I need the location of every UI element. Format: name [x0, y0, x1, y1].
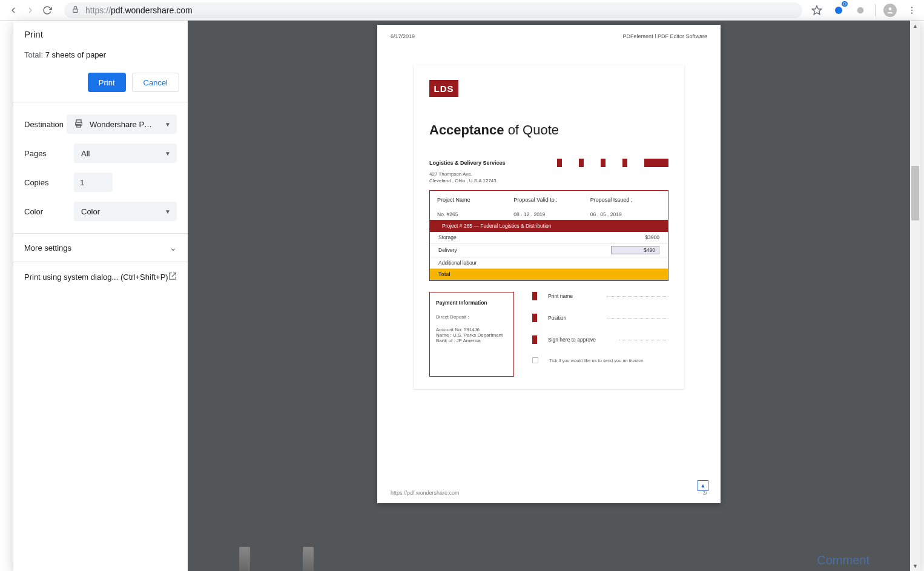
issued-value: 06 . 05 . 2019: [590, 211, 661, 217]
lock-icon: [71, 5, 79, 15]
company-logo: LDS: [429, 80, 458, 97]
page-footer-number: 3/: [702, 490, 707, 496]
svg-point-3: [857, 7, 864, 13]
pages-select[interactable]: All ▼: [74, 144, 177, 163]
chevron-down-icon: ▼: [165, 150, 171, 157]
scroll-down-arrow[interactable]: ▼: [910, 561, 920, 571]
valid-value: 08 . 12 . 2019: [513, 211, 584, 217]
table-row: Storage $3900: [430, 232, 668, 243]
address-bar[interactable]: https://pdf.wondershare.com: [64, 2, 802, 18]
browser-toolbar: https://pdf.wondershare.com O: [0, 0, 924, 21]
decorative-dashes: [557, 159, 668, 167]
quote-table: Storage $3900 Delivery $490 Additional l…: [430, 232, 668, 280]
svg-point-2: [835, 7, 842, 14]
company-name: Logistics & Delivery Services: [429, 160, 506, 166]
system-dialog-link[interactable]: Print using system dialog... (Ctrl+Shift…: [13, 262, 188, 291]
print-total: Total: 7 sheets of paper: [24, 50, 177, 59]
print-preview-area: 6/17/2019 PDFelement | PDF Editor Softwa…: [188, 21, 920, 571]
pages-label: Pages: [24, 149, 74, 158]
svg-point-4: [889, 7, 892, 10]
print-name-label: Print name: [548, 293, 596, 299]
checkbox-icon: [532, 357, 538, 363]
url-text: https://pdf.wondershare.com: [85, 5, 193, 15]
color-label: Color: [24, 207, 74, 216]
pages-value: All: [81, 149, 90, 158]
field-marker-icon: [532, 335, 537, 344]
svg-point-5: [911, 7, 912, 8]
forward-button[interactable]: [22, 2, 39, 19]
project-name-value: No. #265: [437, 211, 507, 217]
position-label: Position: [548, 315, 596, 321]
bookmark-star-icon[interactable]: [810, 3, 824, 18]
svg-rect-0: [73, 8, 78, 12]
printer-icon: [74, 119, 84, 130]
preview-scroll[interactable]: 6/17/2019 PDFelement | PDF Editor Softwa…: [188, 21, 910, 571]
destination-label: Destination: [24, 120, 67, 129]
copies-value: 1: [80, 178, 84, 187]
chevron-down-icon: ⌄: [170, 243, 177, 252]
more-settings-label: More settings: [24, 243, 71, 252]
document-title: Acceptance of Quote: [429, 122, 668, 138]
background-comment-text: Comment: [817, 553, 870, 567]
page-header-date: 6/17/2019: [391, 33, 415, 38]
project-name-header: Project Name: [437, 197, 507, 203]
extension-icon-2[interactable]: [853, 3, 868, 18]
field-marker-icon: [532, 314, 537, 322]
destination-select[interactable]: Wondershare PDFel ▼: [67, 114, 177, 134]
print-button[interactable]: Print: [88, 73, 126, 92]
cancel-button[interactable]: Cancel: [132, 73, 179, 92]
print-dialog: Print Total: 7 sheets of paper Print Can…: [13, 21, 920, 571]
sign-label: Sign here to approve: [548, 337, 609, 343]
extension-icon-1[interactable]: O: [831, 3, 846, 18]
preview-page-1: 6/17/2019 PDFelement | PDF Editor Softwa…: [377, 25, 721, 503]
chevron-down-icon: ▼: [165, 121, 171, 128]
table-row: Delivery $490: [430, 243, 668, 257]
page-header-title: PDFelement | PDF Editor Software: [623, 33, 707, 38]
reload-button[interactable]: [39, 2, 56, 19]
signature-line: [607, 296, 668, 297]
invoice-note: Tick if you would like us to send you an…: [549, 358, 644, 363]
table-row: Additional labour: [430, 257, 668, 269]
svg-point-6: [911, 9, 912, 10]
scroll-up-arrow[interactable]: ▲: [910, 21, 920, 31]
back-button[interactable]: [5, 2, 22, 19]
print-sidebar: Print Total: 7 sheets of paper Print Can…: [13, 21, 188, 571]
copies-label: Copies: [24, 178, 74, 187]
svg-marker-1: [813, 5, 822, 14]
svg-point-7: [911, 12, 912, 13]
extension-badge: O: [842, 1, 848, 7]
more-settings-toggle[interactable]: More settings ⌄: [13, 233, 188, 262]
scroll-thumb[interactable]: [911, 166, 919, 220]
table-total-row: Total: [430, 269, 668, 280]
page-footer-url: https://pdf.wondershare.com: [391, 490, 460, 496]
color-value: Color: [81, 207, 100, 216]
separator: [875, 4, 876, 16]
external-link-icon: [168, 272, 177, 282]
signature-line: [607, 318, 668, 319]
print-title: Print: [24, 29, 177, 39]
signature-line: [619, 340, 668, 340]
preview-scrollbar[interactable]: ▲ ▼: [910, 21, 920, 571]
destination-value: Wondershare PDFel: [90, 120, 156, 129]
company-address: 427 Thompson Ave. Cleveland , Ohio , U.S…: [429, 171, 668, 184]
issued-header: Proposal Issued :: [590, 197, 661, 203]
quote-table-header: Project # 265 — Federal Logistics & Dist…: [430, 220, 668, 232]
color-select[interactable]: Color ▼: [74, 202, 177, 221]
payment-info-box: Payment Information Direct Deposit : Acc…: [429, 292, 514, 377]
field-marker-icon: [532, 292, 537, 300]
copies-input[interactable]: 1: [74, 173, 113, 192]
system-dialog-label: Print using system dialog... (Ctrl+Shift…: [24, 272, 168, 282]
background-object: [303, 547, 314, 571]
kebab-menu-icon[interactable]: [905, 3, 919, 18]
valid-header: Proposal Valid to :: [513, 197, 584, 203]
background-object: [239, 547, 250, 571]
chevron-down-icon: ▼: [165, 208, 171, 215]
profile-avatar[interactable]: [883, 3, 897, 18]
